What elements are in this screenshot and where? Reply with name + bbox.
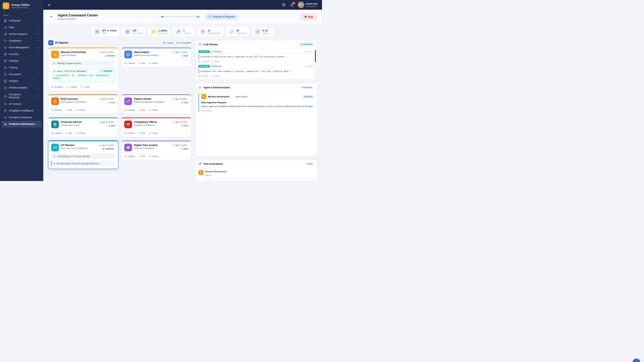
notifications-button[interactable]: 6: [290, 3, 294, 7]
agent-role: Regulatory Compliance: [134, 124, 157, 126]
page-header: Agent Command Center Analysis 30/12/2025…: [43, 10, 322, 24]
robot-icon: [100, 98, 102, 100]
stop-button[interactable]: Stop: [301, 13, 317, 20]
scale-icon: [124, 120, 132, 128]
request-badge: REQUEST: [303, 95, 314, 98]
tools-stat: 0 tools: [149, 109, 158, 111]
status-badge: WAITING: [105, 55, 115, 57]
user-gear-icon: [4, 123, 7, 126]
latency-stat: 572ms: [212, 75, 220, 77]
model-badge: gpt-4-turbo: [98, 120, 115, 124]
sidebar-item-inventory[interactable]: Inventory: [2, 51, 42, 57]
sidebar-item-documents[interactable]: Documents: [2, 71, 42, 78]
completed-counter: 0 Completed: [176, 41, 191, 44]
robot-icon: [100, 121, 102, 123]
stop-icon: [305, 16, 306, 17]
stat-card-model: GPT-4 TurboModel: [92, 27, 120, 36]
latency-stat: 0ms: [138, 62, 146, 64]
latency-stat: 1,392ms: [66, 86, 77, 88]
sidebar-item-dashboard[interactable]: Dashboard: [2, 17, 42, 24]
sidebar-item-calendar[interactable]: Calendar: [2, 58, 42, 64]
tokens-stat: 19 tokens: [198, 60, 209, 62]
clock-icon: [53, 62, 56, 64]
brand-name: Energy Utilities: [12, 3, 30, 6]
agent-role: Virtual Asset Modeling: [134, 147, 158, 149]
scrollbar[interactable]: [315, 50, 316, 78]
scrollbar-thumb[interactable]: [315, 50, 316, 62]
hamburger-menu-icon[interactable]: [48, 3, 51, 6]
broadcast-icon: [4, 103, 7, 106]
agent-alert: Alert generated: Pressure anomaly detect…: [51, 161, 115, 166]
model-badge: gpt-4-turbo: [171, 97, 188, 100]
invocation-input-box: [205, 177, 314, 181]
sidebar-item-iot-sensors[interactable]: IoT Sensors: [2, 101, 42, 107]
clock-icon: [212, 75, 214, 77]
tools-stat: 0 tools: [149, 132, 158, 134]
communication-title: Agent Communication: [203, 86, 230, 89]
briefcase-icon: [4, 86, 7, 89]
bank-icon: [51, 120, 59, 128]
globe-icon: [124, 155, 126, 157]
sidebar-item-asset-management[interactable]: Asset Management: [2, 44, 42, 51]
agent-communication-panel: Agent Communication 1 messages Mission O…: [196, 83, 317, 156]
clock-icon: [53, 155, 56, 158]
sidebar-item-training[interactable]: Training: [2, 64, 42, 71]
sidebar-item-service-requests[interactable]: Service Requests: [2, 31, 42, 37]
analysis-progress: 8%: [161, 15, 200, 18]
chevron-down-icon: [37, 80, 40, 82]
chevron-down-icon: [37, 40, 40, 42]
message-body: Please ingest and validate portfolio dat…: [201, 105, 314, 108]
ai-agents-section: AI Agents 2 Active 0 Completed Mission O…: [48, 40, 191, 169]
warning-icon: [4, 94, 7, 97]
agent-name: Mission Orchestrator: [61, 51, 86, 53]
monitor-icon: [198, 43, 202, 46]
llm-stream-title: LLM Stream: [203, 43, 218, 46]
messages-count-badge: 1 messages: [300, 86, 314, 89]
sidebar-item-portfolio-analytics[interactable]: Portfolio Analytics: [2, 85, 42, 91]
message-time: 11:43:55 PM: [201, 110, 314, 112]
tools-stat: 1 tools: [81, 86, 90, 88]
tools-stat: 0 tools: [76, 132, 85, 134]
sidebar-item-predictive-maintenance[interactable]: Predictive Maintenance: [2, 121, 42, 127]
stream-message: Streaming real-time telemetry: pressure,…: [198, 69, 313, 74]
asterisk-icon: [198, 170, 204, 175]
share-nodes-icon: [4, 26, 7, 29]
stat-card-tool-calls: 1Tool Calls: [172, 27, 195, 36]
response-badge: RESPONSE: [198, 65, 210, 67]
tool-call-box: Query Portfolio Database SUCCESS { "prop…: [51, 68, 115, 82]
shield-check-icon: [4, 109, 7, 112]
clock-icon: [212, 61, 214, 62]
clock-icon: [138, 109, 140, 111]
sidebar-item-sites[interactable]: Sites: [2, 24, 42, 31]
stat-card-reasoning-steps: 11Reasoning Steps: [197, 27, 224, 36]
chevron-down-icon: [37, 46, 40, 49]
tokens-stat: 51 tokens: [51, 86, 63, 88]
calendar-icon: [282, 3, 286, 7]
agent-card-mission-orchestrator: Mission Orchestrator Lead Coordinator gp…: [48, 48, 118, 91]
tools-stat: 0 tools: [149, 62, 158, 64]
stream-timestamp: 21:43:58: [305, 65, 313, 67]
robot-icon: [173, 121, 175, 123]
progress-fill: [161, 16, 164, 17]
wrench-icon: [149, 155, 151, 157]
clock-icon: [66, 86, 68, 88]
sidebar-item-analytics[interactable]: Analytics: [2, 78, 42, 84]
status-badge: IDLE: [182, 102, 188, 104]
sidebar-item-emergency-response-2[interactable]: Emergency Response: [2, 114, 42, 121]
calendar-button[interactable]: [282, 3, 286, 7]
tool-invocation-entry: Mission Orchestrator INPUT: [198, 170, 314, 181]
back-button[interactable]: [48, 13, 55, 20]
user-menu[interactable]: DU Demo User Administrator: [298, 2, 318, 8]
latency-stat: 0ms: [65, 132, 72, 134]
agent-card-financial-advisor: Financial Advisor Cost-Benefit Analysis …: [48, 117, 118, 137]
agent-role: Lead Coordinator: [61, 54, 86, 56]
user-name: Demo User: [306, 2, 318, 5]
streaming-badge: Streaming: [299, 42, 314, 46]
sidebar-item-compliance[interactable]: Compliance: [2, 38, 42, 44]
analysis-status-button[interactable]: Analysis in Progress: [205, 14, 238, 19]
sidebar-item-emergency-response[interactable]: Emergency Response: [2, 91, 42, 100]
stream-agent: IoT Monitor: [211, 51, 222, 53]
chat-icon: [198, 86, 202, 89]
chevron-down-icon: [37, 87, 40, 89]
sidebar-item-compliance-intelligence[interactable]: Compliance Intelligence: [2, 108, 42, 114]
